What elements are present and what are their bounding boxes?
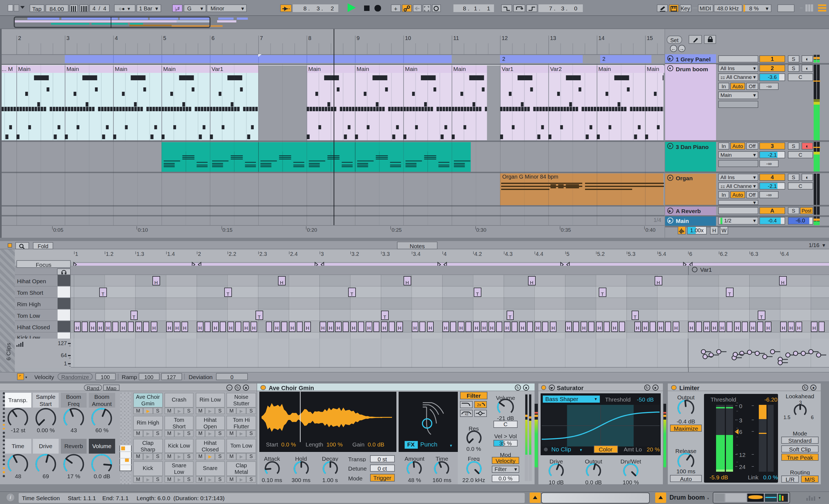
svg-text:Main: Main [308,66,321,72]
svg-text:2x: 2x [477,403,481,407]
svg-text:Main: Main [454,66,466,72]
svg-text:Main: Main [405,66,418,72]
svg-text:Main: Main [18,66,31,72]
svg-text:Main: Main [599,66,611,72]
svg-text:Main: Main [163,66,176,72]
svg-text:Main: Main [357,66,369,72]
svg-text:... M: ... M [2,66,13,72]
svg-text:Var1: Var1 [502,66,513,72]
svg-text:Var2: Var2 [550,66,562,72]
svg-text:Organ G Minor 84 bpm: Organ G Minor 84 bpm [502,173,558,180]
svg-text:2: 2 [502,55,505,62]
svg-text:Main: Main [66,66,79,72]
svg-text:x2: x2 [465,412,469,416]
svg-text:Main: Main [115,66,128,72]
svg-text:2: 2 [602,55,605,62]
svg-text:Main: Main [647,66,659,72]
svg-text:Var1: Var1 [212,66,223,72]
